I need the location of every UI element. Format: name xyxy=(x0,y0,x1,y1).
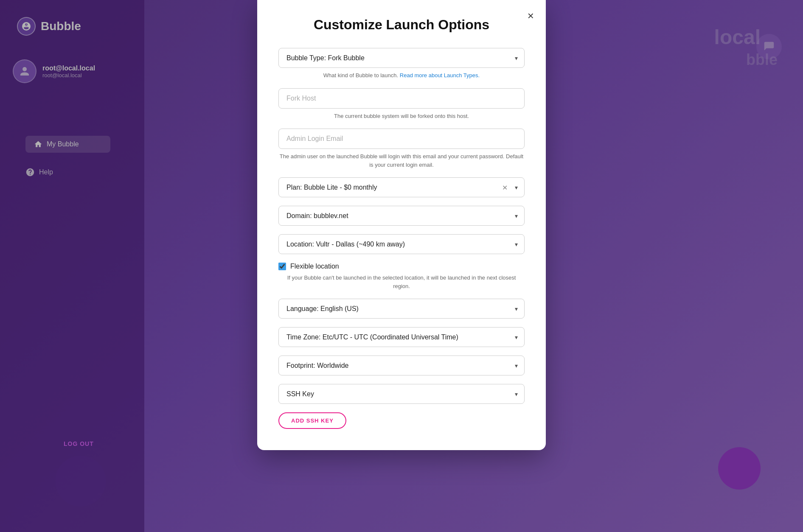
location-dropdown-wrapper: Location: Vultr - Dallas (~490 km away) … xyxy=(278,234,525,254)
footprint-group: Footprint: Worldwide ▾ xyxy=(278,356,525,375)
admin-email-group: The admin user on the launched Bubble wi… xyxy=(278,129,525,169)
ssh-key-select[interactable]: SSH Key xyxy=(278,384,525,404)
ssh-key-dropdown-wrapper: SSH Key ▾ xyxy=(278,384,525,404)
fork-host-group: The current bubble system will be forked… xyxy=(278,88,525,120)
timezone-select[interactable]: Time Zone: Etc/UTC - UTC (Coordinated Un… xyxy=(278,327,525,347)
language-dropdown-wrapper: Language: English (US) ▾ xyxy=(278,299,525,319)
flexible-location-label[interactable]: Flexible location xyxy=(290,263,339,270)
ssh-key-group: SSH Key ▾ xyxy=(278,384,525,404)
domain-select[interactable]: Domain: bubblev.net xyxy=(278,206,525,226)
language-group: Language: English (US) ▾ xyxy=(278,299,525,319)
close-button[interactable]: × xyxy=(528,10,534,21)
bubble-type-group: Bubble Type: Fork Bubble ▾ What kind of … xyxy=(278,48,525,80)
add-ssh-key-button[interactable]: ADD SSH KEY xyxy=(278,412,346,429)
location-group: Location: Vultr - Dallas (~490 km away) … xyxy=(278,234,525,254)
domain-group: Domain: bubblev.net ▾ xyxy=(278,206,525,226)
plan-dropdown-wrapper: Plan: Bubble Lite - $0 monthly ✕ ▾ xyxy=(278,177,525,197)
modal-customize-launch: × Customize Launch Options Bubble Type: … xyxy=(257,0,546,450)
fork-host-hint: The current bubble system will be forked… xyxy=(278,112,525,120)
footprint-dropdown-wrapper: Footprint: Worldwide ▾ xyxy=(278,356,525,375)
admin-email-hint: The admin user on the launched Bubble wi… xyxy=(278,152,525,169)
plan-select[interactable]: Plan: Bubble Lite - $0 monthly xyxy=(278,177,525,197)
bubble-type-select[interactable]: Bubble Type: Fork Bubble xyxy=(278,48,525,68)
launch-types-link[interactable]: Read more about Launch Types. xyxy=(400,72,480,78)
timezone-group: Time Zone: Etc/UTC - UTC (Coordinated Un… xyxy=(278,327,525,347)
location-select[interactable]: Location: Vultr - Dallas (~490 km away) xyxy=(278,234,525,254)
fork-host-input[interactable] xyxy=(278,88,525,109)
language-select[interactable]: Language: English (US) xyxy=(278,299,525,319)
add-ssh-key-area: ADD SSH KEY xyxy=(278,412,525,429)
timezone-dropdown-wrapper: Time Zone: Etc/UTC - UTC (Coordinated Un… xyxy=(278,327,525,347)
bubble-type-hint: What kind of Bubble to launch. Read more… xyxy=(278,71,525,80)
footprint-select[interactable]: Footprint: Worldwide xyxy=(278,356,525,375)
modal-title: Customize Launch Options xyxy=(278,17,525,33)
domain-dropdown-wrapper: Domain: bubblev.net ▾ xyxy=(278,206,525,226)
plan-group: Plan: Bubble Lite - $0 monthly ✕ ▾ xyxy=(278,177,525,197)
admin-email-input[interactable] xyxy=(278,129,525,149)
bubble-type-dropdown-wrapper: Bubble Type: Fork Bubble ▾ xyxy=(278,48,525,68)
flexible-location-group: Flexible location If your Bubble can't b… xyxy=(278,263,525,290)
flexible-location-row: Flexible location xyxy=(278,263,525,270)
flexible-location-hint: If your Bubble can't be launched in the … xyxy=(278,274,525,290)
flexible-location-checkbox[interactable] xyxy=(278,263,286,270)
